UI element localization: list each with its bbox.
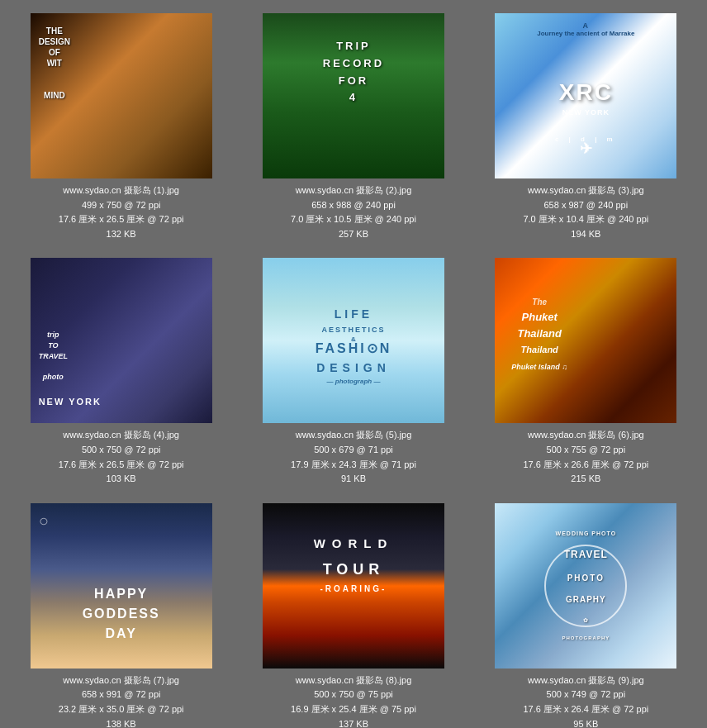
size-cm-1: 17.6 厘米 x 26.5 厘米 @ 72 ppi xyxy=(59,212,184,227)
filesize-5: 91 KB xyxy=(291,472,416,487)
image-container-4: tripTOTRAVELphoto NEW YORK xyxy=(13,258,229,423)
filename-3: www.sydao.cn 摄影岛 (3).jpg xyxy=(523,183,648,198)
resolution-6: 500 x 755 @ 72 ppi xyxy=(523,443,648,458)
img5-fashion: FASHI⊙N xyxy=(263,340,444,356)
filename-8: www.sydao.cn 摄影岛 (8).jpg xyxy=(291,673,416,688)
image-container-7: ○ HAPPYGODDESSDAY xyxy=(13,503,229,669)
image-container-6: The Phuket Thailand Thailand Phuket Isla… xyxy=(478,258,694,423)
img3-subtitle: Journey the ancient of Marrake xyxy=(495,30,676,37)
img6-overlay: The Phuket Thailand Thailand Phuket Isla… xyxy=(511,293,567,374)
filesize-8: 137 KB xyxy=(291,717,416,728)
filesize-6: 215 KB xyxy=(523,472,648,487)
size-cm-7: 23.2 厘米 x 35.0 厘米 @ 72 ppi xyxy=(59,702,184,717)
img5-life: LIFE xyxy=(263,307,444,321)
info-7: www.sydao.cn 摄影岛 (7).jpg 658 x 991 @ 72 … xyxy=(59,673,184,728)
image-container-9: WEDDING PHOTO TRAVEL PHOTO GRAPHY ✿ PHOT… xyxy=(478,503,694,669)
image-container-3: A Journey the ancient of Marrake XRC NEW… xyxy=(478,13,694,178)
cell-8[interactable]: WORLD TOUR -ROARING- www.sydao.cn 摄影岛 (8… xyxy=(240,498,466,728)
image-2: TRIPRECORDFOR4 xyxy=(263,13,444,178)
filesize-2: 257 KB xyxy=(291,227,416,242)
cell-7[interactable]: ○ HAPPYGODDESSDAY www.sydao.cn 摄影岛 (7).j… xyxy=(8,498,234,728)
image-7: ○ HAPPYGODDESSDAY xyxy=(31,503,212,669)
img7-top-text: ○ xyxy=(39,512,49,531)
size-cm-5: 17.9 厘米 x 24.3 厘米 @ 71 ppi xyxy=(291,458,416,473)
img1-overlay: THEDESIGNOFWITMIND xyxy=(39,26,70,101)
resolution-2: 658 x 988 @ 240 ppi xyxy=(291,198,416,213)
image-9: WEDDING PHOTO TRAVEL PHOTO GRAPHY ✿ PHOT… xyxy=(495,503,676,669)
img2-overlay: TRIPRECORDFOR4 xyxy=(263,38,444,107)
image-1: THEDESIGNOFWITMIND xyxy=(31,13,212,178)
filesize-4: 103 KB xyxy=(59,472,184,487)
info-6: www.sydao.cn 摄影岛 (6).jpg 500 x 755 @ 72 … xyxy=(523,428,648,486)
image-container-8: WORLD TOUR -ROARING- xyxy=(245,503,461,669)
image-8: WORLD TOUR -ROARING- xyxy=(263,503,444,669)
filesize-9: 95 KB xyxy=(523,717,648,728)
cell-1[interactable]: THEDESIGNOFWITMIND www.sydao.cn 摄影岛 (1).… xyxy=(8,8,234,246)
image-container-5: LIFE AESTHETICS & FASHI⊙N DESIGN — photo… xyxy=(245,258,461,423)
cell-6[interactable]: The Phuket Thailand Thailand Phuket Isla… xyxy=(473,253,699,491)
resolution-3: 658 x 987 @ 240 ppi xyxy=(523,198,648,213)
size-cm-6: 17.6 厘米 x 26.6 厘米 @ 72 ppi xyxy=(523,458,648,473)
resolution-8: 500 x 750 @ 75 ppi xyxy=(291,688,416,702)
info-1: www.sydao.cn 摄影岛 (1).jpg 499 x 750 @ 72 … xyxy=(59,183,184,241)
info-3: www.sydao.cn 摄影岛 (3).jpg 658 x 987 @ 240… xyxy=(523,183,648,241)
img8-tour: TOUR xyxy=(263,561,444,578)
img8-world: WORLD xyxy=(263,536,444,550)
filesize-1: 132 KB xyxy=(59,227,184,242)
cell-5[interactable]: LIFE AESTHETICS & FASHI⊙N DESIGN — photo… xyxy=(240,253,466,491)
image-4: tripTOTRAVELphoto NEW YORK xyxy=(31,258,212,423)
size-cm-2: 7.0 厘米 x 10.5 厘米 @ 240 ppi xyxy=(291,212,416,227)
image-5: LIFE AESTHETICS & FASHI⊙N DESIGN — photo… xyxy=(263,258,444,423)
size-cm-8: 16.9 厘米 x 25.4 厘米 @ 75 ppi xyxy=(291,702,416,717)
resolution-7: 658 x 991 @ 72 ppi xyxy=(59,688,184,702)
filesize-3: 194 KB xyxy=(523,227,648,242)
img3-top: A xyxy=(495,21,676,30)
filename-6: www.sydao.cn 摄影岛 (6).jpg xyxy=(523,428,648,443)
size-cm-3: 7.0 厘米 x 10.4 厘米 @ 240 ppi xyxy=(523,212,648,227)
cell-9[interactable]: WEDDING PHOTO TRAVEL PHOTO GRAPHY ✿ PHOT… xyxy=(473,498,699,728)
size-cm-9: 17.6 厘米 x 26.4 厘米 @ 72 ppi xyxy=(523,702,648,717)
image-grid: THEDESIGNOFWITMIND www.sydao.cn 摄影岛 (1).… xyxy=(8,8,699,728)
info-8: www.sydao.cn 摄影岛 (8).jpg 500 x 750 @ 75 … xyxy=(291,673,416,728)
img4-overlay: tripTOTRAVELphoto xyxy=(39,330,68,382)
img3-xrc: XRC xyxy=(495,79,676,106)
img5-design: DESIGN xyxy=(263,361,444,374)
resolution-4: 500 x 750 @ 72 ppi xyxy=(59,443,184,458)
cell-3[interactable]: A Journey the ancient of Marrake XRC NEW… xyxy=(473,8,699,246)
img3-plane: ✈ xyxy=(495,140,676,158)
cell-2[interactable]: TRIPRECORDFOR4 www.sydao.cn 摄影岛 (2).jpg … xyxy=(240,8,466,246)
image-6: The Phuket Thailand Thailand Phuket Isla… xyxy=(495,258,676,423)
filesize-7: 138 KB xyxy=(59,717,184,728)
filename-9: www.sydao.cn 摄影岛 (9).jpg xyxy=(523,673,648,688)
info-5: www.sydao.cn 摄影岛 (5).jpg 500 x 679 @ 71 … xyxy=(291,428,416,486)
img4-newyork: NEW YORK xyxy=(39,397,102,407)
resolution-9: 500 x 749 @ 72 ppi xyxy=(523,688,648,702)
img9-circle: WEDDING PHOTO TRAVEL PHOTO GRAPHY ✿ PHOT… xyxy=(544,545,627,627)
img5-photograph: — photograph — xyxy=(263,378,444,385)
resolution-1: 499 x 750 @ 72 ppi xyxy=(59,198,184,213)
img5-aesthetics: AESTHETICS xyxy=(263,326,444,334)
size-cm-4: 17.6 厘米 x 26.5 厘米 @ 72 ppi xyxy=(59,458,184,473)
img3-newyork: NEW YORK xyxy=(495,108,676,117)
info-2: www.sydao.cn 摄影岛 (2).jpg 658 x 988 @ 240… xyxy=(291,183,416,241)
filename-2: www.sydao.cn 摄影岛 (2).jpg xyxy=(291,183,416,198)
resolution-5: 500 x 679 @ 71 ppi xyxy=(291,443,416,458)
image-3: A Journey the ancient of Marrake XRC NEW… xyxy=(495,13,676,178)
filename-4: www.sydao.cn 摄影岛 (4).jpg xyxy=(59,428,184,443)
image-container-2: TRIPRECORDFOR4 xyxy=(245,13,461,178)
filename-1: www.sydao.cn 摄影岛 (1).jpg xyxy=(59,183,184,198)
image-container-1: THEDESIGNOFWITMIND xyxy=(13,13,229,178)
cell-4[interactable]: tripTOTRAVELphoto NEW YORK www.sydao.cn … xyxy=(8,253,234,491)
img7-overlay: HAPPYGODDESSDAY xyxy=(31,584,212,644)
filename-7: www.sydao.cn 摄影岛 (7).jpg xyxy=(59,673,184,688)
img8-roaring: -ROARING- xyxy=(263,584,444,593)
filename-5: www.sydao.cn 摄影岛 (5).jpg xyxy=(291,428,416,443)
info-4: www.sydao.cn 摄影岛 (4).jpg 500 x 750 @ 72 … xyxy=(59,428,184,486)
info-9: www.sydao.cn 摄影岛 (9).jpg 500 x 749 @ 72 … xyxy=(523,673,648,728)
